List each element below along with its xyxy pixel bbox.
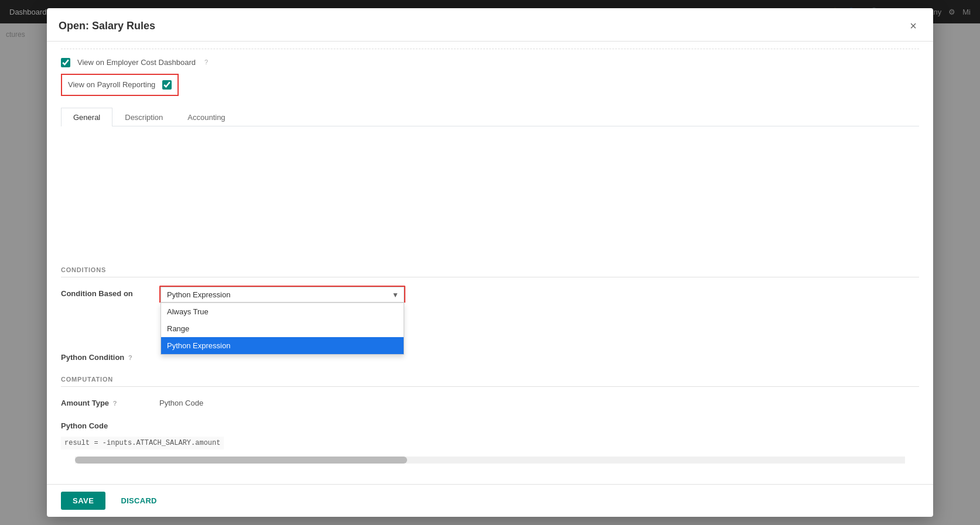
horizontal-scrollbar[interactable]: [75, 457, 905, 464]
conditions-section-header: CONDITIONS: [61, 266, 919, 277]
python-code-value: result = -inputs.ATTACH_SALARY.amount: [61, 437, 224, 449]
help-tooltip-employer: ?: [203, 57, 208, 66]
computation-section-header: COMPUTATION: [61, 376, 919, 387]
tab-general[interactable]: General: [61, 108, 112, 126]
tab-description[interactable]: Description: [112, 108, 175, 126]
modal-footer: SAVE DISCARD: [47, 484, 933, 517]
tab-accounting[interactable]: Accounting: [175, 108, 237, 126]
view-employer-cost-checkbox[interactable]: [61, 58, 70, 67]
modal-body: View on Employer Cost Dashboard ? View o…: [47, 42, 933, 484]
modal-title: Open: Salary Rules: [59, 20, 155, 32]
option-range[interactable]: Range: [161, 320, 404, 337]
modal-header: Open: Salary Rules ×: [47, 8, 933, 42]
amount-type-value: Python Code: [159, 395, 203, 411]
employer-cost-help-icon[interactable]: ?: [204, 59, 208, 66]
option-python-expression[interactable]: Python Expression: [161, 337, 404, 354]
condition-based-on-select-display[interactable]: Python Expression ▼: [161, 287, 404, 303]
salary-rules-modal: Open: Salary Rules × View on Employer Co…: [47, 8, 933, 517]
horizontal-scroll-area[interactable]: [61, 457, 919, 464]
python-condition-label: Python Condition ?: [61, 349, 155, 362]
tab-content-general: CONDITIONS Condition Based on Python Exp…: [47, 255, 933, 484]
python-code-row: Python Code: [61, 418, 919, 430]
dropdown-arrow-icon: ▼: [392, 291, 399, 299]
tab-bar: General Description Accounting: [61, 108, 919, 126]
option-always-true[interactable]: Always True: [161, 303, 404, 320]
discard-button[interactable]: DISCARD: [111, 492, 166, 510]
condition-based-on-value: Python Expression: [167, 290, 230, 299]
condition-dropdown-options: Always True Range Python Expression: [161, 303, 404, 355]
horizontal-scrollbar-thumb: [75, 457, 407, 464]
amount-type-help-icon[interactable]: ?: [113, 400, 117, 407]
condition-based-on-label: Condition Based on: [61, 286, 155, 298]
condition-based-on-control: Python Expression ▼ Always True Range Py…: [159, 286, 405, 303]
view-payroll-reporting-label: View on Payroll Reporting: [68, 80, 155, 90]
amount-type-label: Amount Type ?: [61, 395, 155, 407]
condition-based-on-row: Condition Based on Python Expression ▼ A…: [61, 286, 919, 303]
modal-scroll-area[interactable]: View on Employer Cost Dashboard ? View o…: [47, 42, 933, 255]
save-button[interactable]: SAVE: [61, 492, 105, 510]
python-code-value-row: result = -inputs.ATTACH_SALARY.amount: [61, 437, 919, 447]
view-employer-cost-label: View on Employer Cost Dashboard: [77, 57, 196, 68]
condition-based-on-select-wrapper: Python Expression ▼ Always True Range Py…: [159, 286, 405, 303]
amount-type-row: Amount Type ? Python Code: [61, 395, 919, 411]
employer-cost-row: View on Employer Cost Dashboard ?: [61, 57, 919, 68]
payroll-reporting-highlighted-row: View on Payroll Reporting: [61, 74, 179, 96]
python-code-label: Python Code: [61, 418, 155, 430]
scroll-indicator: [61, 49, 919, 49]
view-payroll-reporting-checkbox[interactable]: [162, 80, 172, 90]
python-condition-help-icon[interactable]: ?: [128, 354, 132, 361]
computation-section: COMPUTATION Amount Type ? Python Code Py…: [61, 376, 919, 447]
modal-close-button[interactable]: ×: [905, 18, 921, 34]
